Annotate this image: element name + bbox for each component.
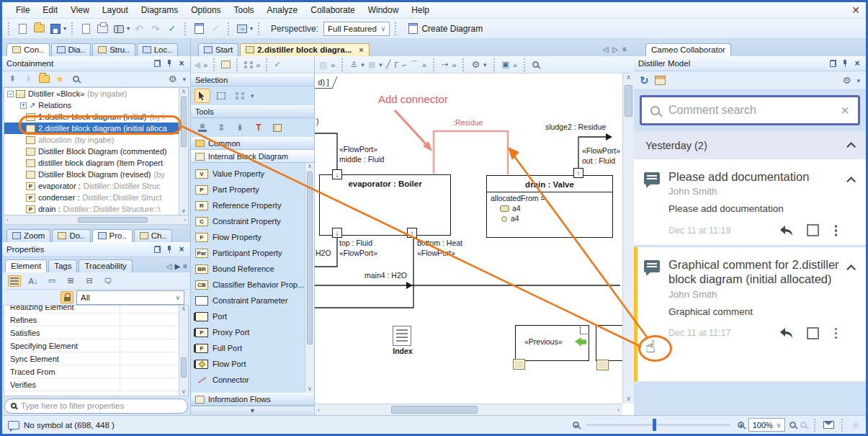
- comment-menu-icon[interactable]: [832, 225, 841, 236]
- close-panel-icon[interactable]: ×: [177, 59, 186, 68]
- categorized-view-icon[interactable]: [8, 275, 21, 287]
- compact-view-icon[interactable]: ▭: [45, 275, 58, 287]
- menu-window[interactable]: Window: [362, 3, 406, 17]
- comment-menu-icon[interactable]: [832, 328, 841, 339]
- containment-mode-icon[interactable]: [221, 61, 231, 68]
- create-diagram-button[interactable]: Create Diagram: [402, 21, 489, 37]
- toolbox-item-connector[interactable]: Connector: [195, 372, 314, 388]
- copy-icon[interactable]: ▤: [319, 60, 327, 70]
- description-icon[interactable]: 🗨: [102, 275, 115, 287]
- window-close-icon[interactable]: ✕: [851, 4, 860, 17]
- redo-button[interactable]: ↷: [148, 22, 163, 36]
- residue-connector-label[interactable]: :Residue: [453, 118, 483, 127]
- overflow-icon[interactable]: »: [422, 61, 426, 69]
- out-port-label[interactable]: out : Fluid: [582, 156, 615, 165]
- toolbox-section-ibd[interactable]: Internal Block Diagram: [191, 150, 314, 163]
- drain-block[interactable]: drain : Valve allocatedFrom = a4 a4: [486, 175, 613, 238]
- select-caret-icon[interactable]: ▾: [251, 92, 254, 99]
- toolbox-item-constraint-property[interactable]: CConstraint Property: [195, 213, 314, 229]
- zoom-slider[interactable]: [586, 424, 730, 426]
- find-dropdown-caret[interactable]: ▾: [127, 25, 130, 32]
- print-button[interactable]: [79, 22, 93, 36]
- toolbox-section-information-flows[interactable]: Information Flows: [191, 393, 314, 406]
- toolbox-item-classifier-behavior[interactable]: CBClassifier Behavior Prop...: [195, 277, 314, 293]
- commit-button[interactable]: ✓: [208, 22, 223, 36]
- caret-icon[interactable]: ▾: [361, 61, 364, 68]
- tree-item[interactable]: condenser :Distiller::Distiller Struct: [4, 192, 188, 203]
- evaporator-bottom-right-port[interactable]: ↑: [407, 228, 417, 238]
- toolbox-section-selection[interactable]: Selection: [191, 74, 314, 86]
- float-panel-icon[interactable]: [153, 59, 161, 68]
- index-shortcut-icon[interactable]: [393, 326, 411, 346]
- tab-active-diagram[interactable]: 2.distiller block diagra...×: [240, 43, 369, 56]
- middle-port-label[interactable]: middle : Fluid: [339, 155, 384, 164]
- reply-icon[interactable]: [779, 327, 794, 339]
- print-preview-button[interactable]: [95, 22, 109, 36]
- collapse-comment-icon[interactable]: [846, 264, 856, 274]
- tab-element[interactable]: Element: [5, 259, 47, 272]
- overflow-icon[interactable]: »: [513, 61, 517, 69]
- tree-item-selected[interactable]: 2.distiller block diagram (initial alloc…: [4, 123, 188, 134]
- resolve-checkbox[interactable]: [807, 224, 819, 236]
- favorites-icon[interactable]: ★: [54, 74, 66, 84]
- tab-diagrams[interactable]: Dia..: [51, 43, 91, 56]
- select-tool-button[interactable]: [194, 89, 210, 103]
- toolbox-scroll-down[interactable]: ▼: [191, 406, 314, 415]
- toolbox-item-bound-reference[interactable]: BRBound Reference: [195, 261, 314, 277]
- toolbox-item-flow-property[interactable]: FFlow Property: [195, 229, 314, 245]
- toolbox-item-proxy-port[interactable]: PProxy Port: [195, 324, 314, 340]
- undo-button[interactable]: ↶: [132, 22, 146, 36]
- reply-icon[interactable]: [779, 225, 794, 236]
- sort-alphabetical-icon[interactable]: A↓: [27, 275, 40, 287]
- collapse-group-icon[interactable]: [846, 142, 856, 151]
- float-panel-icon[interactable]: [828, 59, 837, 68]
- evaporator-block[interactable]: evaporator : Boiler: [319, 174, 451, 236]
- collapse-all-icon[interactable]: ⇞: [6, 74, 18, 84]
- comment-search-input[interactable]: [668, 104, 832, 117]
- back-icon[interactable]: ◀: [194, 60, 200, 70]
- options-gear-icon[interactable]: ⚙: [166, 74, 178, 84]
- toolbox-item-value-property[interactable]: VValue Property: [195, 166, 314, 182]
- transform-button[interactable]: [235, 22, 249, 36]
- swap-tool-button[interactable]: ⇟: [232, 120, 248, 135]
- zoom-search-icon[interactable]: [532, 61, 539, 68]
- expand-icon[interactable]: ⇟: [22, 74, 34, 84]
- pin-panel-icon[interactable]: [165, 59, 174, 68]
- clipped-note-box[interactable]: [596, 325, 625, 361]
- close-tab-icon[interactable]: ×: [359, 45, 363, 54]
- tree-hscrollbar[interactable]: ‹›: [4, 215, 189, 225]
- validation-button[interactable]: [192, 22, 206, 36]
- tree-item[interactable]: drain :Distiller::Distiller Structure::\: [4, 203, 188, 215]
- line-style-curve-icon[interactable]: ⌒: [411, 59, 419, 70]
- menu-layout[interactable]: Layout: [96, 3, 135, 17]
- tree-item[interactable]: distiller block diagram (Item Propert: [4, 157, 188, 169]
- zoom-fit-icon[interactable]: [789, 422, 796, 428]
- close-panel-icon[interactable]: ×: [177, 245, 186, 254]
- menu-diagrams[interactable]: Diagrams: [135, 3, 184, 17]
- comment-card[interactable]: Please add documentation John Smith Plea…: [634, 159, 866, 245]
- expander-icon[interactable]: [20, 102, 27, 109]
- clear-search-icon[interactable]: ×: [841, 103, 849, 117]
- sludge2-label[interactable]: sludge2 : Residue: [545, 123, 606, 131]
- expander-icon[interactable]: [7, 91, 14, 97]
- refresh-icon[interactable]: ↻: [640, 74, 649, 87]
- menu-file[interactable]: File: [9, 3, 36, 17]
- save-dropdown-caret[interactable]: ▾: [63, 25, 66, 32]
- float-panel-icon[interactable]: [153, 245, 161, 254]
- multi-select-button[interactable]: [232, 89, 248, 103]
- toolbox-item-constraint-parameter[interactable]: Constraint Parameter: [195, 293, 314, 308]
- collapse-comment-icon[interactable]: [846, 177, 856, 186]
- main4-connector-label[interactable]: main4 : H2O: [364, 271, 407, 280]
- open-scope-icon[interactable]: [38, 74, 50, 84]
- new-project-button[interactable]: [15, 22, 30, 36]
- overflow-icon[interactable]: »: [452, 61, 456, 69]
- tab-start[interactable]: Start: [198, 43, 238, 56]
- bottom-port-label[interactable]: bottom : Heat: [417, 239, 462, 247]
- tab-containment[interactable]: Con..: [6, 43, 50, 56]
- menu-edit[interactable]: Edit: [36, 3, 64, 17]
- pin-panel-icon[interactable]: [165, 245, 174, 254]
- toolbox-item-reference-property[interactable]: RReference Property: [195, 197, 314, 213]
- open-project-button[interactable]: [32, 22, 46, 36]
- property-row[interactable]: Sync Element: [4, 352, 188, 365]
- resolve-checkbox[interactable]: [807, 327, 819, 339]
